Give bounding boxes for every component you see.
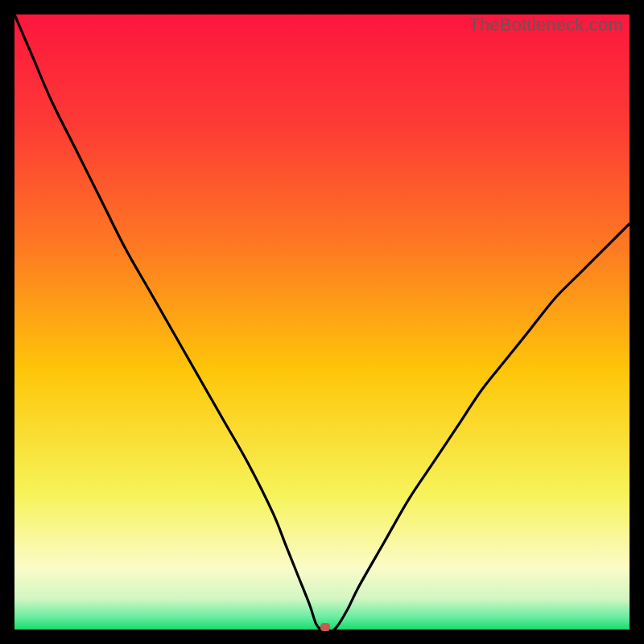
bottleneck-curve — [14, 14, 630, 630]
minimum-marker — [320, 623, 330, 631]
chart-frame: TheBottleneck.com — [14, 14, 630, 630]
